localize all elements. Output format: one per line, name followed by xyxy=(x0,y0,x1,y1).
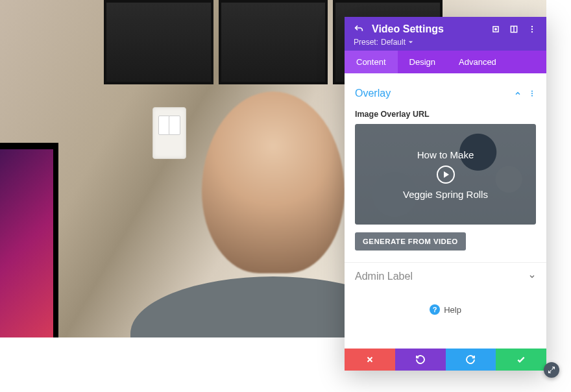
panel-footer xyxy=(345,349,546,371)
help-label: Help xyxy=(444,305,461,315)
help-link[interactable]: ? Help xyxy=(355,290,536,329)
preset-selector[interactable]: Preset: Default xyxy=(354,38,537,47)
confirm-button[interactable] xyxy=(496,349,546,371)
reset-icon xyxy=(415,354,426,365)
resize-grip-icon[interactable] xyxy=(544,362,559,378)
generate-from-video-button[interactable]: GENERATE FROM VIDEO xyxy=(355,232,466,251)
chevron-up-icon xyxy=(514,90,522,97)
preset-label: Preset: xyxy=(354,38,378,47)
overlay-preview-line1: How to Make xyxy=(417,149,474,160)
close-icon xyxy=(365,355,374,364)
tab-advanced[interactable]: Advanced xyxy=(447,51,508,73)
svg-point-7 xyxy=(531,90,533,92)
panel-body: Overlay Image Overlay URL How to Make Ve… xyxy=(345,73,546,349)
columns-icon[interactable] xyxy=(509,24,519,34)
svg-point-6 xyxy=(531,31,533,32)
caret-down-icon xyxy=(408,40,413,45)
tab-design[interactable]: Design xyxy=(398,51,447,73)
section-admin-label-header[interactable]: Admin Label xyxy=(355,263,536,290)
panel-header: Video Settings Preset: Default xyxy=(345,17,546,51)
tabs: Content Design Advanced xyxy=(345,51,546,73)
svg-point-4 xyxy=(531,26,533,27)
help-icon: ? xyxy=(430,304,440,315)
svg-point-8 xyxy=(531,93,533,94)
preset-value: Default xyxy=(381,38,406,47)
section-admin-label-title: Admin Label xyxy=(355,271,528,282)
tab-content[interactable]: Content xyxy=(345,51,398,73)
undo-arrow-icon[interactable] xyxy=(354,24,364,34)
svg-point-5 xyxy=(531,29,533,30)
overlay-preview[interactable]: How to Make Veggie Spring Rolls xyxy=(355,124,536,225)
panel-title: Video Settings xyxy=(372,23,444,35)
section-overlay-header[interactable]: Overlay xyxy=(355,80,536,107)
check-icon xyxy=(516,354,526,365)
more-vertical-icon[interactable] xyxy=(528,89,536,98)
cancel-button[interactable] xyxy=(345,349,395,371)
section-overlay-title: Overlay xyxy=(355,88,514,99)
background-switchplate xyxy=(152,107,186,159)
overlay-preview-line2: Veggie Spring Rolls xyxy=(403,189,488,200)
redo-icon xyxy=(465,354,476,365)
play-icon xyxy=(437,165,455,184)
redo-button[interactable] xyxy=(446,349,496,371)
settings-panel: Video Settings Preset: Default Content D… xyxy=(345,17,546,371)
background-monitor xyxy=(0,143,58,337)
svg-point-1 xyxy=(495,29,496,30)
expand-icon[interactable] xyxy=(491,24,501,34)
svg-point-9 xyxy=(531,95,533,96)
image-overlay-url-label: Image Overlay URL xyxy=(355,110,536,119)
more-vertical-icon[interactable] xyxy=(527,24,537,34)
chevron-down-icon xyxy=(528,273,536,280)
reset-button[interactable] xyxy=(395,349,446,371)
